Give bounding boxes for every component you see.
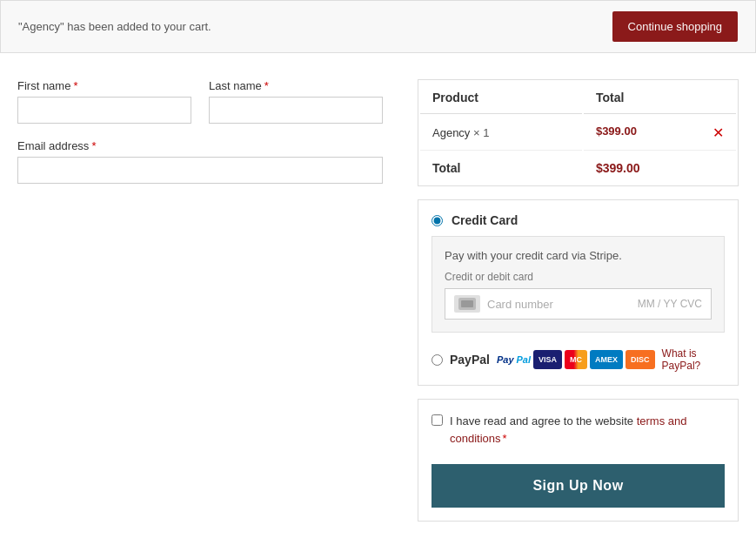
right-panel: Product Total Agency × 1 $399.00 ✕ Total [418, 79, 739, 522]
mastercard-badge: MC [565, 350, 587, 369]
card-expiry-cvc: MM / YY CVC [638, 298, 702, 310]
checkout-form: First name* Last name* Email address* [17, 79, 391, 522]
card-chip-icon [454, 295, 480, 313]
email-required: * [91, 139, 96, 152]
first-name-input[interactable] [17, 97, 191, 124]
order-table: Product Total Agency × 1 $399.00 ✕ Total [418, 79, 739, 186]
card-input-label: Credit or debit card [445, 271, 712, 283]
continue-shopping-button[interactable]: Continue shopping [612, 11, 738, 42]
col-product: Product [420, 82, 582, 114]
payment-section: Credit Card Pay with your credit card vi… [418, 199, 739, 386]
order-product-name: Agency [432, 126, 470, 139]
credit-card-option: Credit Card [432, 213, 725, 227]
terms-text[interactable]: I have read and agree to the website ter… [450, 413, 725, 447]
paypal-label[interactable]: PayPal [450, 353, 490, 367]
first-name-required: * [73, 79, 77, 92]
visa-badge: VISA [533, 350, 562, 369]
last-name-required: * [264, 79, 269, 92]
card-number-placeholder: Card number [487, 298, 631, 311]
paypal-logos: PayPal VISA MC AMEX DISC [497, 350, 655, 369]
order-price-cell: $399.00 ✕ [584, 116, 736, 151]
total-price: $399.00 [584, 152, 736, 184]
order-price: $399.00 [596, 125, 637, 138]
paypal-wordmark: Pay [497, 354, 514, 365]
remove-item-button[interactable]: ✕ [713, 125, 724, 141]
email-input[interactable] [17, 157, 383, 184]
col-total: Total [584, 82, 736, 114]
last-name-input[interactable] [209, 97, 383, 124]
terms-row: I have read and agree to the website ter… [432, 413, 725, 447]
total-label: Total [420, 152, 582, 184]
terms-required: * [503, 432, 507, 445]
terms-section: I have read and agree to the website ter… [418, 399, 739, 522]
credit-card-label[interactable]: Credit Card [452, 213, 518, 227]
signup-button[interactable]: Sign Up Now [432, 464, 725, 508]
notification-text: "Agency" has been added to your cart. [18, 20, 211, 33]
paypal-option: PayPal PayPal VISA MC AMEX DISC What is … [432, 343, 725, 372]
order-total-row: Total $399.00 [420, 152, 736, 184]
order-row: Agency × 1 $399.00 ✕ [420, 116, 736, 151]
amex-badge: AMEX [590, 350, 623, 369]
credit-card-box: Pay with your credit card via Stripe. Cr… [432, 236, 725, 333]
discover-badge: DISC [626, 350, 655, 369]
order-product-cell: Agency × 1 [420, 116, 582, 151]
credit-card-radio[interactable] [432, 215, 443, 226]
paypal-wordmark2: Pal [517, 354, 532, 365]
terms-text-before: I have read and agree to the website [450, 414, 637, 427]
credit-card-desc: Pay with your credit card via Stripe. [445, 249, 712, 262]
card-input-row[interactable]: Card number MM / YY CVC [445, 288, 712, 320]
paypal-radio[interactable] [432, 354, 443, 366]
what-is-paypal-link[interactable]: What is PayPal? [662, 347, 725, 372]
first-name-label: First name* [17, 79, 191, 92]
svg-rect-1 [461, 300, 473, 307]
order-product-qty: × 1 [473, 126, 489, 139]
notification-bar: "Agency" has been added to your cart. Co… [0, 0, 756, 53]
email-label: Email address* [17, 139, 383, 152]
last-name-label: Last name* [209, 79, 383, 92]
terms-checkbox[interactable] [432, 414, 443, 426]
